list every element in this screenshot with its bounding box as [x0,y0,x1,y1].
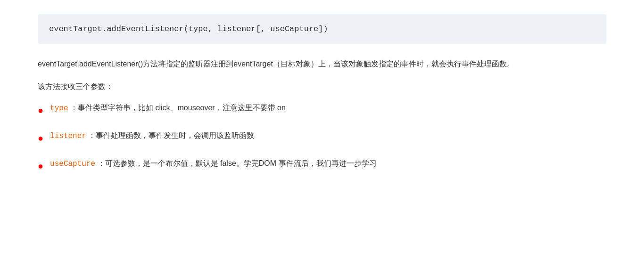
param-separator-type: ：事件类型字符串，比如 click、mouseover，注意这里不要带 on [70,104,286,112]
code-block: eventTarget.addEventListener(type, liste… [38,14,606,44]
section-title: 该方法接收三个参数： [38,82,606,92]
bullet-icon: ● [38,102,43,119]
bullet-icon-2: ● [38,130,43,147]
description-paragraph: eventTarget.addEventListener()方法将指定的监听器注… [38,57,606,71]
param-content-listener: listener ：事件处理函数，事件发生时，会调用该监听函数 [50,129,254,143]
param-list: ● type ：事件类型字符串，比如 click、mouseover，注意这里不… [38,101,606,174]
param-item-type: ● type ：事件类型字符串，比如 click、mouseover，注意这里不… [38,101,606,119]
code-text: eventTarget.addEventListener(type, liste… [49,24,328,33]
description-line1: eventTarget.addEventListener()方法将指定的监听器注… [38,60,514,68]
param-separator-listener: ：事件处理函数，事件发生时，会调用该监听函数 [88,131,254,139]
param-content: type ：事件类型字符串，比如 click、mouseover，注意这里不要带… [50,101,286,115]
param-item-usecapture: ● useCapture ：可选参数，是一个布尔值，默认是 false。学完DO… [38,157,606,174]
param-content-usecapture: useCapture ：可选参数，是一个布尔值，默认是 false。学完DOM … [50,157,376,171]
param-name-usecapture: useCapture [50,160,95,168]
param-name-listener: listener [50,132,86,140]
param-item-listener: ● listener ：事件处理函数，事件发生时，会调用该监听函数 [38,129,606,147]
param-separator-usecapture: ：可选参数，是一个布尔值，默认是 false。学完DOM 事件流后，我们再进一步… [98,159,377,167]
param-name-type: type [50,104,68,113]
bullet-icon-3: ● [38,157,43,174]
